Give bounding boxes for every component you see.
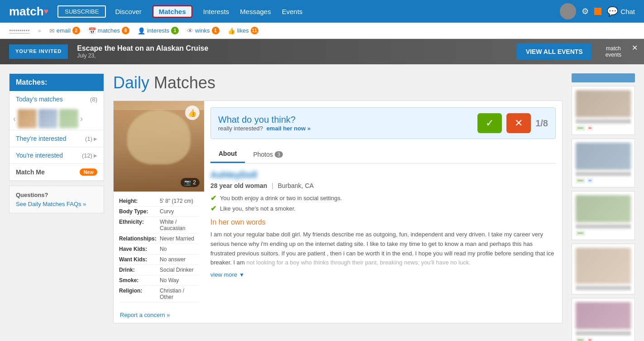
nav-discover[interactable]: Discover (115, 8, 141, 15)
height-label: Height: (119, 198, 160, 204)
view-more-link[interactable]: view more ▼ (210, 271, 244, 278)
banner-text: Escape the Heat on an Alaskan Cruise Jul… (77, 44, 516, 59)
right-card-5[interactable]: •••• •• (572, 298, 635, 341)
havekids-label: Have Kids: (119, 246, 160, 252)
detail-row-ethnicity: Ethnicity: White / Caucasian (119, 217, 199, 234)
today-matches-section[interactable]: Today's matches (8) ‹ › (10, 91, 104, 130)
sub-nav-interests[interactable]: 👤 interests 1 (138, 27, 179, 34)
you-interested-section[interactable]: You're interested (12) ▶ (10, 147, 104, 164)
smoke-label: Smoke: (119, 277, 160, 283)
right-card-2[interactable]: •••• •• (572, 139, 635, 187)
person-icon: 👤 (138, 27, 145, 34)
match-right-col: What do you think? really interested? em… (204, 101, 562, 323)
religion-label: Religion: (119, 288, 160, 300)
avatar[interactable] (560, 3, 576, 19)
daily-title: Daily (113, 73, 149, 92)
questions-faq-link[interactable]: See Daily Matches FAQs » (16, 201, 86, 207)
thumbnail-row: ‹ › (10, 107, 104, 130)
ethnicity-label: Ethnicity: (119, 219, 160, 231)
you-interested-label: You're interested (16, 152, 63, 159)
left-sidebar: Matches: Today's matches (8) ‹ › (9, 73, 104, 341)
detail-row-smoke: Smoke: No Way (119, 275, 199, 286)
like-photo-button[interactable]: 👍 (185, 106, 200, 120)
thumb-3[interactable] (59, 109, 78, 128)
about-content: AshleyDoll 28 year old woman | Burbank, … (204, 163, 562, 323)
they-interested-section[interactable]: They're interested (1) ▶ (10, 130, 104, 147)
match-photo: 👍 📷 2 (114, 101, 204, 192)
thumbs-up-icon: 👍 (228, 27, 235, 34)
page-wrapper: Matches: Today's matches (8) ‹ › (0, 64, 644, 341)
interest-bar-text: What do you think? really interested? em… (218, 115, 310, 132)
detail-row-drink: Drink: Social Drinker (119, 265, 199, 275)
sub-nav-winks[interactable]: 👁 winks 1 (187, 27, 219, 34)
gear-icon[interactable]: ⚙ (582, 6, 589, 16)
photos-count-badge: 3 (275, 151, 283, 158)
sub-nav-user[interactable]: •••••••••• (9, 27, 30, 34)
tab-photos[interactable]: Photos 3 (245, 145, 291, 163)
nav-arrow-wrapper: Matches (153, 5, 192, 18)
really-interested: really interested? email her now » (218, 125, 310, 132)
nav-right: ⚙ 💬 Chat (560, 3, 635, 19)
nav-events[interactable]: Events (282, 8, 303, 15)
profile-username[interactable]: AshleyDoll (210, 170, 556, 180)
thumb-1[interactable] (18, 109, 37, 128)
profile-tagline: 28 year old woman | Burbank, CA (210, 182, 556, 189)
top-nav: match♥ SUBSCRIBE Discover Matches Intere… (0, 0, 644, 23)
matches-title: Matches (154, 73, 215, 92)
questions-box: Questions? See Daily Matches FAQs » (9, 186, 104, 213)
main-content: Daily Matches 👍 📷 2 (113, 73, 563, 341)
prev-thumb-icon[interactable]: ‹ (13, 114, 16, 124)
heart-icon: ♥ (44, 7, 49, 16)
view-all-events-button[interactable]: VIEW ALL EVENTS (517, 43, 592, 60)
matches-badge: 8 (122, 27, 129, 34)
sub-nav-email[interactable]: ✉ email 2 (49, 27, 80, 34)
profile-tabs: About Photos 3 (210, 145, 556, 163)
thumb-2[interactable] (38, 109, 57, 128)
yes-button[interactable]: ✓ (477, 113, 502, 133)
chat-bubble-icon: 💬 (607, 6, 618, 17)
banner-close-icon[interactable]: ✕ (632, 43, 638, 52)
wantkids-value: No answer (160, 256, 186, 263)
bodytype-value: Curvy (160, 208, 174, 215)
today-matches-count: (8) (90, 96, 97, 103)
next-thumb-icon[interactable]: › (80, 114, 83, 124)
interest-bar: What do you think? really interested? em… (210, 107, 556, 139)
report-concern-link[interactable]: Report a concern » (114, 307, 204, 323)
relationships-value: Never Married (160, 235, 194, 242)
banner-title: Escape the Heat on an Alaskan Cruise (77, 44, 516, 53)
compat-items: ✔ You both enjoy a drink or two in socia… (210, 194, 556, 213)
subscribe-button[interactable]: SUBSCRIBE (57, 5, 106, 18)
tab-about[interactable]: About (210, 145, 245, 163)
logo[interactable]: match♥ (9, 5, 48, 19)
matches-sidebar: Matches: Today's matches (8) ‹ › (9, 73, 104, 181)
drink-label: Drink: (119, 267, 160, 273)
sub-nav-likes[interactable]: 👍 likes 11 (228, 27, 258, 34)
match-photo-col: 👍 📷 2 Height: 5' 8" (172 cm) Body Type: … (114, 101, 204, 323)
what-do-you-think: What do you think? (218, 115, 310, 125)
no-button[interactable]: ✕ (506, 113, 531, 133)
compat-item-0: ✔ You both enjoy a drink or two in socia… (210, 194, 556, 202)
today-matches-label: Today's matches (16, 96, 63, 103)
compat-item-1: ✔ Like you, she's not a smoker. (210, 204, 556, 213)
photo-count-badge: 📷 2 (181, 178, 200, 187)
you-arrow-icon: ▶ (94, 153, 97, 158)
camera-icon: 📷 (184, 179, 191, 186)
chat-label: Chat (620, 8, 635, 15)
questions-title: Questions? (16, 192, 97, 198)
match-details-table: Height: 5' 8" (172 cm) Body Type: Curvy … (114, 192, 204, 307)
own-words-text: I am not your regular babe doll girl. My… (210, 230, 556, 268)
right-card-4[interactable] (572, 244, 635, 294)
right-card-1[interactable]: •••• •• (572, 86, 635, 135)
right-card-3[interactable]: •••• (572, 191, 635, 240)
page-title: Daily Matches (113, 73, 563, 92)
email-her-link[interactable]: email her now » (267, 125, 311, 132)
sub-nav-matches[interactable]: 📅 matches 8 (88, 27, 129, 34)
own-words-title: In her own words (210, 218, 556, 226)
havekids-value: No (160, 246, 167, 252)
nav-interests[interactable]: Interests (203, 8, 229, 15)
match-me-section[interactable]: Match Me New (10, 164, 104, 181)
nav-matches[interactable]: Matches (153, 5, 192, 18)
matches-sidebar-header: Matches: (10, 74, 104, 91)
nav-messages[interactable]: Messages (240, 8, 271, 15)
chat-link[interactable]: 💬 Chat (607, 6, 635, 17)
